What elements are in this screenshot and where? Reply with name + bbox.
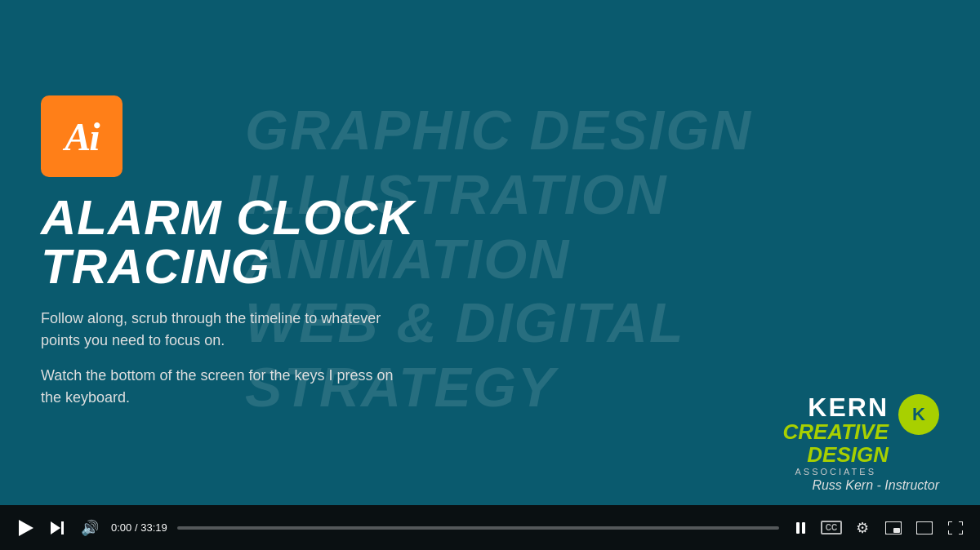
pause-icon bbox=[796, 522, 805, 534]
skip-bar bbox=[61, 521, 64, 534]
logo-associates-text: ASSOCIATES bbox=[782, 467, 889, 477]
instructor-label: Russ Kern - Instructor bbox=[812, 478, 939, 493]
theater-button[interactable] bbox=[913, 517, 936, 539]
description-1: Follow along, scrub through the timeline… bbox=[41, 308, 416, 352]
settings-button[interactable]: ⚙ bbox=[851, 517, 874, 539]
controls-right: CC ⚙ bbox=[789, 517, 967, 539]
theater-icon bbox=[916, 521, 933, 534]
logo-design-text: DeSiGN bbox=[782, 443, 889, 467]
progress-bar[interactable] bbox=[177, 526, 779, 530]
logo-container: KERN CReATiVe DeSiGN ASSOCIATES K bbox=[782, 394, 939, 477]
logo-text-block: KERN CReATiVe DeSiGN ASSOCIATES bbox=[782, 394, 889, 477]
video-player: GRaPHiC DeSiGN iLLuStRATiON ANiMATiON We… bbox=[0, 0, 980, 550]
svg-rect-2 bbox=[916, 521, 933, 534]
settings-icon: ⚙ bbox=[856, 519, 869, 537]
current-time: 0:00 bbox=[111, 521, 131, 534]
company-logo-area: KERN CReATiVe DeSiGN ASSOCIATES K bbox=[782, 394, 939, 477]
fullscreen-button[interactable] bbox=[944, 517, 967, 539]
volume-button[interactable]: 🔊 bbox=[78, 517, 101, 539]
content-area: Ai ALARM CLOCK TRACING Follow along, scr… bbox=[0, 0, 588, 501]
logo-icon: K bbox=[898, 394, 939, 435]
play-icon bbox=[19, 520, 33, 536]
video-controls-bar: 🔊 0:00 / 33:19 CC bbox=[0, 505, 980, 550]
volume-icon: 🔊 bbox=[81, 519, 99, 537]
skip-triangle bbox=[51, 521, 60, 534]
pause-bar-left bbox=[796, 522, 800, 534]
logo-kern-text: KERN bbox=[782, 394, 889, 420]
cc-badge: CC bbox=[821, 521, 842, 534]
svg-rect-1 bbox=[893, 528, 900, 533]
play-button[interactable] bbox=[13, 517, 36, 539]
miniplayer-button[interactable] bbox=[882, 517, 905, 539]
description-2: Watch the bottom of the screen for the k… bbox=[41, 365, 416, 409]
fullscreen-icon bbox=[948, 521, 963, 534]
cc-button[interactable]: CC bbox=[820, 517, 843, 539]
adobe-illustrator-icon: Ai bbox=[41, 95, 122, 177]
time-display: 0:00 / 33:19 bbox=[111, 521, 167, 534]
pause-bar-right bbox=[802, 522, 805, 534]
video-title: ALARM CLOCK TRACING bbox=[41, 193, 555, 291]
miniplayer-icon bbox=[885, 521, 902, 534]
logo-creative-text: CReATiVe bbox=[782, 420, 889, 444]
ai-icon-text: Ai bbox=[65, 114, 98, 159]
total-time: 33:19 bbox=[140, 521, 167, 534]
skip-button[interactable] bbox=[46, 517, 69, 539]
pause-button[interactable] bbox=[789, 517, 812, 539]
skip-icon bbox=[51, 521, 64, 534]
